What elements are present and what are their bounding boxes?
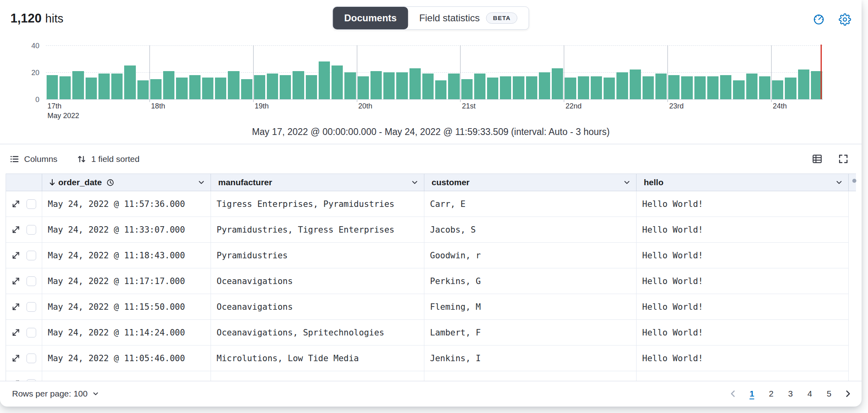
histogram-bar[interactable] <box>280 75 291 99</box>
histogram-bar[interactable] <box>86 78 97 99</box>
page-button-4[interactable]: 4 <box>801 385 818 402</box>
histogram-bar[interactable] <box>733 80 744 99</box>
histogram-bar[interactable] <box>746 74 757 99</box>
histogram-bar[interactable] <box>643 76 654 99</box>
histogram-bar[interactable] <box>474 74 485 99</box>
histogram-bar[interactable] <box>176 78 187 99</box>
histogram-bar[interactable] <box>358 76 369 99</box>
sort-fields-button[interactable]: 1 field sorted <box>77 154 139 164</box>
page-button-3[interactable]: 3 <box>782 385 799 402</box>
histogram-bar[interactable] <box>150 79 162 99</box>
gear-icon[interactable] <box>839 13 851 26</box>
histogram-bar[interactable] <box>500 76 511 99</box>
fullscreen-icon[interactable] <box>838 153 849 164</box>
histogram-bar[interactable] <box>163 71 174 99</box>
columns-button[interactable]: Columns <box>10 154 57 164</box>
histogram-bar[interactable] <box>332 65 343 99</box>
expand-row-icon[interactable] <box>10 301 21 312</box>
histogram-bar[interactable] <box>798 70 809 99</box>
histogram-bar[interactable] <box>319 61 330 99</box>
histogram-bar[interactable] <box>98 74 110 99</box>
expand-row-icon[interactable] <box>10 276 21 286</box>
row-checkbox[interactable] <box>27 379 36 381</box>
histogram-bar[interactable] <box>720 75 731 99</box>
histogram-bar[interactable] <box>578 76 589 99</box>
histogram-bar[interactable] <box>487 78 498 99</box>
histogram-bar[interactable] <box>526 76 537 99</box>
histogram-bar[interactable] <box>59 76 71 99</box>
histogram-bar[interactable] <box>668 75 680 99</box>
histogram-bar[interactable] <box>409 68 421 99</box>
expand-row-icon[interactable] <box>10 353 21 364</box>
chevron-down-icon[interactable] <box>835 178 843 187</box>
histogram-bar[interactable] <box>241 79 252 99</box>
histogram-bar[interactable] <box>124 65 135 99</box>
page-button-5[interactable]: 5 <box>821 385 837 402</box>
histogram-bar[interactable] <box>228 71 239 99</box>
expand-row-icon[interactable] <box>10 327 21 338</box>
histogram-bar[interactable] <box>306 75 317 99</box>
histogram-bar[interactable] <box>707 76 719 99</box>
histogram-bar[interactable] <box>47 75 58 99</box>
histogram-bar[interactable] <box>215 78 226 99</box>
column-header-hello[interactable]: hello <box>637 174 849 191</box>
histogram-bar[interactable] <box>694 76 706 99</box>
histogram-bar[interactable] <box>565 78 576 99</box>
row-checkbox[interactable] <box>27 276 36 286</box>
row-checkbox[interactable] <box>27 199 36 209</box>
histogram-bar[interactable] <box>254 75 265 99</box>
histogram-bar[interactable] <box>591 76 602 99</box>
histogram-bar[interactable] <box>681 76 692 99</box>
histogram-bar[interactable] <box>604 78 615 99</box>
column-header-order-date[interactable]: order_date <box>42 174 211 191</box>
chevron-down-icon[interactable] <box>622 178 631 187</box>
next-page-icon[interactable] <box>841 387 854 400</box>
histogram-bar[interactable] <box>785 78 796 99</box>
previous-page-icon[interactable] <box>727 387 739 400</box>
column-header-customer[interactable]: customer <box>424 174 637 191</box>
histogram-bar[interactable] <box>371 71 382 99</box>
tab-field-statistics[interactable]: Field statistics BETA <box>408 7 528 29</box>
row-checkbox[interactable] <box>27 328 36 337</box>
histogram-bar[interactable] <box>137 80 149 99</box>
page-button-1[interactable]: 1 <box>743 385 760 402</box>
expand-row-icon[interactable] <box>10 250 21 261</box>
histogram-bar[interactable] <box>539 72 550 99</box>
histogram-bar[interactable] <box>448 74 459 99</box>
histogram-bar[interactable] <box>189 75 201 99</box>
chevron-down-icon[interactable] <box>410 178 419 187</box>
histogram-bar[interactable] <box>422 74 434 99</box>
histogram-bar[interactable] <box>396 72 407 99</box>
expand-row-icon[interactable] <box>10 378 21 381</box>
column-header-manufacturer[interactable]: manufacturer <box>211 174 424 191</box>
tab-documents[interactable]: Documents <box>333 7 408 29</box>
histogram-bar[interactable] <box>759 76 770 99</box>
histogram-bar[interactable] <box>772 80 783 99</box>
histogram-bar[interactable] <box>461 79 473 99</box>
histogram-bar[interactable] <box>344 72 356 99</box>
histogram-bar[interactable] <box>552 68 563 99</box>
row-checkbox[interactable] <box>27 251 36 260</box>
row-checkbox[interactable] <box>27 354 36 363</box>
histogram-bar[interactable] <box>513 76 524 99</box>
row-checkbox[interactable] <box>27 225 36 235</box>
histogram-bar[interactable] <box>655 74 667 99</box>
expand-row-icon[interactable] <box>10 198 21 209</box>
histogram-bar[interactable] <box>267 74 278 99</box>
chart-options-icon[interactable] <box>813 13 825 26</box>
scrollbar-thumb[interactable] <box>852 179 856 183</box>
histogram-bar[interactable] <box>111 74 123 99</box>
histogram-bar[interactable] <box>630 70 641 99</box>
histogram-bar[interactable] <box>435 80 446 99</box>
row-checkbox[interactable] <box>27 302 36 312</box>
page-button-2[interactable]: 2 <box>763 385 780 402</box>
expand-row-icon[interactable] <box>10 224 21 235</box>
histogram-bar[interactable] <box>202 78 213 99</box>
histogram-bar[interactable] <box>383 72 395 99</box>
histogram-bar[interactable] <box>293 71 304 99</box>
display-options-icon[interactable] <box>812 153 823 164</box>
histogram-bar[interactable] <box>616 72 628 99</box>
chevron-down-icon[interactable] <box>197 178 206 187</box>
rows-per-page-button[interactable]: Rows per page: 100 <box>10 388 102 399</box>
histogram-bar[interactable] <box>72 71 84 99</box>
